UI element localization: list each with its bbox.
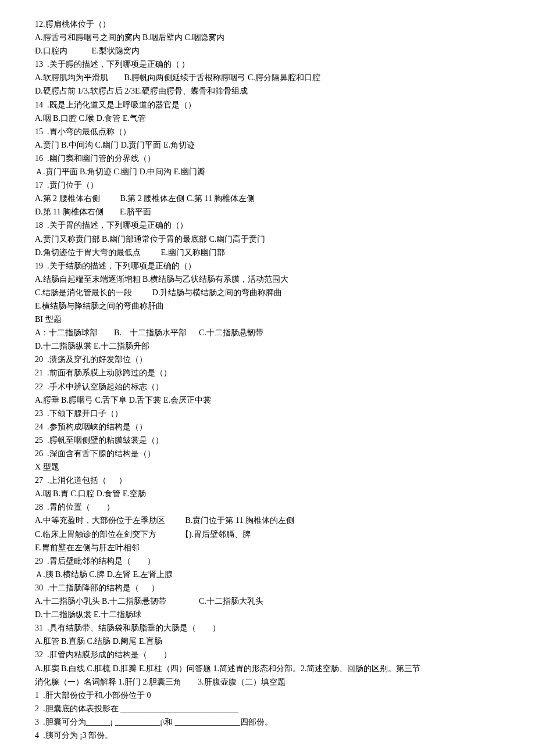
text-line: A.腭垂 B.腭咽弓 C.舌下阜 D.舌下裳 E.会厌正中裳 [35, 393, 500, 407]
text-line: 19 .关于结肠的描述，下列哪项是正确的（） [35, 259, 500, 273]
text-line: 25 .腭帆至咽侧壁的粘膜皱裳是（） [35, 433, 500, 447]
text-line: D.十二指肠纵裳 E.十二指肠升部 [35, 339, 500, 353]
text-line: E.胃前壁在左侧与肝左叶相邻 [35, 541, 500, 554]
text-line: 14 .既是上消化道又是上呼吸道的器官是（） [35, 98, 500, 112]
text-line: A.结肠自起端至末端逐渐增粗 B.横结肠与乙状结肠有系膜，活动范围大 [35, 273, 500, 286]
text-line: 1 .肝大部份位于和,小部份位于 0 [35, 689, 500, 702]
text-line: 15 .胃小弯的最低点称（） [35, 125, 500, 138]
text-line: A.咽 B.胃 C.口腔 D.食管 E.空肠 [35, 487, 500, 500]
text-line: 32 .肛管内粘膜形成的结构是（ ） [35, 648, 500, 661]
text-line: A.贲门 B.中间沟 C.幽门 D.贲门平面 E.角切迹 [35, 138, 500, 152]
text-line: E.横结肠与降结肠之间的弯曲称肝曲 [35, 299, 500, 313]
exam-document: 12.腭扁桃体位于（）A.腭舌弓和腭咽弓之间的窝内 B.咽后壁内 C.咽隐窝内D… [35, 17, 500, 742]
text-line: 2 .胆囊底的体表投影在 ___________________________… [35, 702, 500, 715]
text-line: D.口腔内 E.梨状隐窝内 [35, 44, 500, 58]
text-line: A.软腭肌均为平滑肌 B.腭帆向两侧延续于舌根称腭咽弓 C.腭分隔鼻腔和口腔 [35, 71, 500, 84]
text-line: 26 .深面含有舌下腺的结构是（） [35, 447, 500, 460]
text-line: D.硬腭占前 1/3,软腭占后 2/3E.硬腭由腭骨、蝶骨和筛骨组成 [35, 84, 500, 98]
text-line: D.十二指肠纵裳 E.十二指肠球 [35, 608, 500, 621]
text-line: A.贲门又称贲门部 B.幽门部通常位于胃的最底部 C.幽门高于贲门 [35, 232, 500, 246]
text-line: X 型题 [35, 460, 500, 474]
text-line: 消化腺（一）名词解释 1.肝门 2.胆囊三角 3.肝腹壶腹（二）填空题 [35, 675, 500, 689]
text-line: 13 .关于腭的描述，下列哪项是正确的（ ） [35, 58, 500, 71]
text-line: D.角切迹位于胃大弯的最低点 E.幽门又称幽门部 [35, 246, 500, 259]
text-line: A：十二指肠球部 B. 十二指肠水平部 C.十二指肠悬韧带 [35, 326, 500, 339]
text-line: 22 .手术中辨认空肠起始的标志（） [35, 380, 500, 393]
text-line: 12.腭扁桃体位于（） [35, 17, 500, 31]
text-line: A.十二指肠小乳头 B.十二指肠悬韧带 C.十二指肠大乳头 [35, 594, 500, 608]
text-line: 3 .胆囊可分为______¡ ___________¡\和 _________… [35, 715, 500, 729]
text-line: A.肛窦 B.白线 C.肛梳 D.肛瓣 E.肛柱（四）问答题 1.简述胃的形态和… [35, 662, 500, 675]
text-line: BI 型题 [35, 313, 500, 326]
text-line: Ａ.贲门平面 B.角切迹 C.幽门 D.中间沟 E.幽门瓣 [35, 165, 500, 178]
text-line: A.肛管 B.直肠 C.结肠 D.阑尾 E.盲肠 [35, 635, 500, 648]
text-line: 31 .具有结肠带、结肠袋和肠脂垂的大肠是（ ） [35, 621, 500, 635]
text-line: Ａ.胰 B.横结肠 C.脾 D.左肾 E.左肾上腺 [35, 568, 500, 581]
text-line: 17 .贲门位于（） [35, 178, 500, 192]
text-line: A.腭舌弓和腭咽弓之间的窝内 B.咽后壁内 C.咽隐窝内 [35, 31, 500, 44]
text-line: D.第 11 胸椎体右侧 E.脐平面 [35, 205, 500, 218]
text-line: 4 .胰可分为 ¡3 部份。 [35, 729, 500, 742]
text-line: 27 .上消化道包括（ ） [35, 474, 500, 487]
text-line: 28 .胃的位置（ ） [35, 500, 500, 514]
text-line: A.中等充盈时，大部份位于左季肋区 B.贲门位于第 11 胸椎体的左侧 [35, 514, 500, 527]
text-line: 20 .溃疡及穿孔的好发部位（） [35, 353, 500, 366]
text-line: 16 .幽门窦和幽门管的分界线（） [35, 152, 500, 165]
text-line: A.第 2 腰椎体右侧 B.第 2 腰椎体左侧 C.第 11 胸椎体左侧 [35, 192, 500, 205]
text-line: 24 .参预构成咽峡的结构是（） [35, 420, 500, 433]
text-line: 29 .胃后壁毗邻的结构是（ ） [35, 554, 500, 568]
text-line: C.结肠是消化管最长的一段 D.升结肠与横结肠之间的弯曲称脾曲 [35, 286, 500, 299]
text-line: 18 .关于胃的描述，下列哪项是正确的（） [35, 218, 500, 232]
text-line: 23 .下颌下腺开口子（） [35, 407, 500, 420]
text-line: C.临床上胃触诊的部位在剑突下方 【).胃后壁邻膈、脾 [35, 528, 500, 541]
text-line: A.咽 B.口腔 C.喉 D.食管 E.气管 [35, 112, 500, 125]
text-line: 30 .十二指肠降部的结构是（ ） [35, 581, 500, 594]
text-line: 21 .前面有肠系膜上动脉跨过的是（） [35, 366, 500, 379]
